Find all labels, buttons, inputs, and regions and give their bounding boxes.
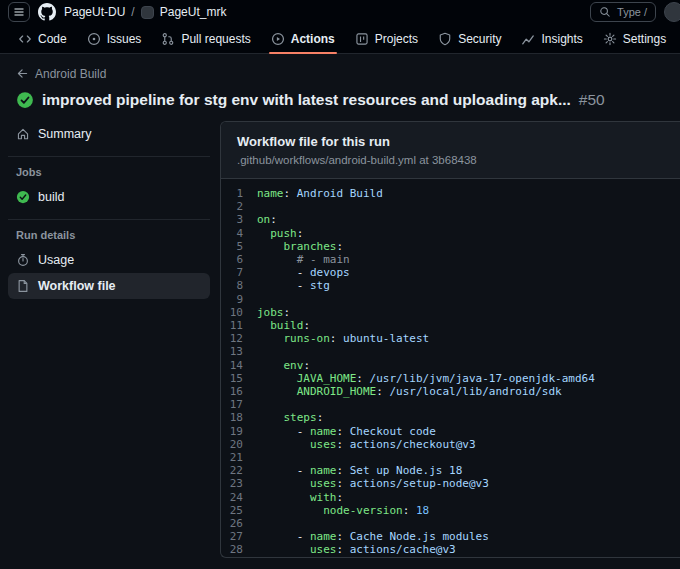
line-number[interactable]: 5 xyxy=(221,240,257,253)
sidebar-item-summary[interactable]: Summary xyxy=(8,121,210,147)
line-content: jobs: xyxy=(257,306,290,319)
tab-label: Code xyxy=(38,32,67,46)
breadcrumb-org[interactable]: PageUt-DU xyxy=(64,5,125,19)
line-content: - name: Checkout code xyxy=(257,425,436,438)
line-number[interactable]: 13 xyxy=(221,345,257,358)
code-line: 23 uses: actions/setup-node@v3 xyxy=(221,477,680,490)
line-number[interactable]: 23 xyxy=(221,477,257,490)
line-number[interactable]: 24 xyxy=(221,491,257,504)
run-title-row: improved pipeline for stg env with lates… xyxy=(16,91,664,109)
line-content: - stg xyxy=(257,279,330,292)
line-number[interactable]: 10 xyxy=(221,306,257,319)
code-icon xyxy=(18,32,32,46)
line-content: uses: actions/cache@v3 xyxy=(257,543,456,556)
line-number[interactable]: 15 xyxy=(221,372,257,385)
tab-issues[interactable]: Issues xyxy=(77,24,152,53)
line-number[interactable]: 12 xyxy=(221,332,257,345)
code-line: 25 node-version: 18 xyxy=(221,504,680,517)
line-number[interactable]: 19 xyxy=(221,425,257,438)
line-content: # - main xyxy=(257,253,350,266)
repo-tabs: CodeIssuesPull requestsActionsProjectsSe… xyxy=(0,24,680,54)
code-line: 18 steps: xyxy=(221,411,680,424)
sidebar-item-build[interactable]: build xyxy=(8,184,210,210)
code-line: 24 with: xyxy=(221,491,680,504)
code-line: 19 - name: Checkout code xyxy=(221,425,680,438)
run-header: Android Build improved pipeline for stg … xyxy=(0,54,680,115)
code-line: 12 runs-on: ubuntu-latest xyxy=(221,332,680,345)
sidebar-divider xyxy=(8,219,210,220)
line-number[interactable]: 6 xyxy=(221,253,257,266)
graph-icon xyxy=(521,32,535,46)
breadcrumb-separator: / xyxy=(131,5,134,19)
code-line: 3on: xyxy=(221,213,680,226)
code-line: 22 - name: Set up Node.js 18 xyxy=(221,464,680,477)
hamburger-icon xyxy=(13,6,25,18)
line-number[interactable]: 11 xyxy=(221,319,257,332)
line-content: name: Android Build xyxy=(257,187,383,200)
hamburger-menu-button[interactable] xyxy=(8,2,30,22)
line-number[interactable]: 4 xyxy=(221,227,257,240)
tab-label: Actions xyxy=(291,32,335,46)
line-content: env: xyxy=(257,359,310,372)
user-avatar[interactable] xyxy=(664,2,680,22)
tab-insights[interactable]: Insights xyxy=(511,24,592,53)
home-icon xyxy=(16,127,30,141)
breadcrumb: PageUt-DU / PageUt_mrk xyxy=(64,5,226,19)
card-title: Workflow file for this run xyxy=(237,134,664,149)
line-content: ANDROID_HOME: /usr/local/lib/android/sdk xyxy=(257,385,562,398)
line-number[interactable]: 3 xyxy=(221,213,257,226)
code-line: 20 uses: actions/checkout@v3 xyxy=(221,438,680,451)
stopwatch-icon xyxy=(16,253,30,267)
search-placeholder: Type / xyxy=(617,6,647,18)
line-number[interactable]: 14 xyxy=(221,359,257,372)
line-number[interactable]: 21 xyxy=(221,451,257,464)
tab-pull-requests[interactable]: Pull requests xyxy=(151,24,260,53)
line-number[interactable]: 17 xyxy=(221,398,257,411)
line-number[interactable]: 27 xyxy=(221,530,257,543)
search-icon xyxy=(599,6,611,18)
line-number[interactable]: 9 xyxy=(221,293,257,306)
sidebar-item-label: Summary xyxy=(38,127,91,141)
github-logo-icon[interactable] xyxy=(38,3,56,21)
code-viewer[interactable]: 1name: Android Build23on:4 push:5 branch… xyxy=(221,179,680,557)
sidebar-item-label: Usage xyxy=(38,253,74,267)
arrow-left-icon xyxy=(16,67,29,80)
line-number[interactable]: 18 xyxy=(221,411,257,424)
code-line: 27 - name: Cache Node.js modules xyxy=(221,530,680,543)
global-header: PageUt-DU / PageUt_mrk Type / xyxy=(0,0,680,24)
line-number[interactable]: 16 xyxy=(221,385,257,398)
workflow-file-card: Workflow file for this run .github/workf… xyxy=(220,121,680,558)
tab-security[interactable]: Security xyxy=(428,24,511,53)
line-number[interactable]: 8 xyxy=(221,279,257,292)
code-line: 10jobs: xyxy=(221,306,680,319)
tab-actions[interactable]: Actions xyxy=(261,24,345,53)
main-panel: Workflow file for this run .github/workf… xyxy=(220,121,680,558)
tab-code[interactable]: Code xyxy=(8,24,77,53)
line-content: branches: xyxy=(257,240,343,253)
sidebar-item-workflow-file[interactable]: Workflow file xyxy=(8,273,210,299)
code-line: 11 build: xyxy=(221,319,680,332)
line-number[interactable]: 28 xyxy=(221,543,257,556)
line-number[interactable]: 1 xyxy=(221,187,257,200)
code-line: 14 env: xyxy=(221,359,680,372)
line-number[interactable]: 20 xyxy=(221,438,257,451)
run-title: improved pipeline for stg env with lates… xyxy=(42,91,571,109)
code-line: 5 branches: xyxy=(221,240,680,253)
line-number[interactable]: 22 xyxy=(221,464,257,477)
search-input[interactable]: Type / xyxy=(590,2,656,22)
breadcrumb-repo[interactable]: PageUt_mrk xyxy=(160,5,227,19)
code-line: 21 xyxy=(221,451,680,464)
line-number[interactable]: 26 xyxy=(221,517,257,530)
tab-label: Insights xyxy=(541,32,582,46)
line-number[interactable]: 2 xyxy=(221,200,257,213)
back-link[interactable]: Android Build xyxy=(16,67,106,81)
line-content: - name: Set up Node.js 18 xyxy=(257,464,462,477)
line-content: build: xyxy=(257,319,310,332)
tab-projects[interactable]: Projects xyxy=(345,24,428,53)
sidebar-item-usage[interactable]: Usage xyxy=(8,247,210,273)
line-number[interactable]: 7 xyxy=(221,266,257,279)
tab-settings[interactable]: Settings xyxy=(593,24,676,53)
line-number[interactable]: 25 xyxy=(221,504,257,517)
line-content: runs-on: ubuntu-latest xyxy=(257,332,429,345)
line-content: - devops xyxy=(257,266,350,279)
